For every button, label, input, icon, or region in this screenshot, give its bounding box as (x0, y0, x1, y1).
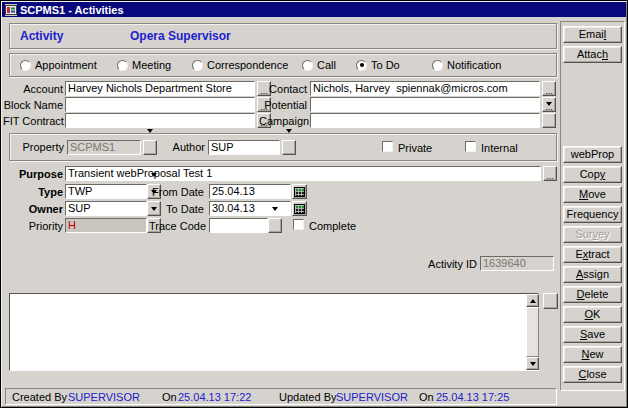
complete-checkbox[interactable] (293, 219, 304, 230)
scroll-up-button[interactable] (526, 294, 539, 307)
radio-icon (302, 60, 313, 71)
priority-label: Priority (3, 220, 63, 233)
new-button[interactable]: New (563, 346, 622, 363)
radio-icon (20, 60, 31, 71)
radio-icon (432, 60, 443, 71)
notes-scrollbar[interactable] (526, 294, 539, 370)
radio-icon (192, 60, 203, 71)
ok-button[interactable]: OK (563, 306, 622, 323)
radio-appointment[interactable]: Appointment (20, 59, 97, 71)
property-label: Property (10, 141, 64, 154)
activity-id-label: Activity ID (397, 258, 477, 271)
survey-button: Survey (563, 226, 622, 243)
contact-field[interactable]: Nichols, Harvey spiennak@micros.com (310, 81, 540, 96)
header-box: Activity Opera Supervisor (9, 23, 557, 49)
radio-meeting[interactable]: Meeting (117, 59, 171, 71)
trace-code-dropdown-button[interactable] (268, 218, 282, 233)
from-date-field[interactable]: 25.04.13 (209, 184, 291, 199)
calendar-icon (294, 187, 305, 197)
priority-field[interactable]: H (65, 218, 147, 233)
scrollbar-thumb[interactable] (526, 307, 539, 357)
fit-contract-field[interactable] (65, 113, 255, 128)
radio-to-do[interactable]: To Do (356, 59, 400, 71)
created-on-label: On (162, 391, 177, 403)
purpose-browse-button[interactable] (543, 166, 557, 181)
radio-appointment-label: Appointment (35, 59, 97, 71)
created-by-label: Created By (12, 391, 67, 403)
campaign-dropdown-button[interactable] (542, 113, 556, 128)
dropdown-arrow-icon (272, 211, 279, 229)
dropdown-arrow-icon (147, 133, 154, 151)
updated-on-label: On (419, 391, 434, 403)
activity-id-field: 1639640 (480, 256, 554, 271)
status-bar: Created By SUPERVISOR On 25.04.13 17:22 … (5, 388, 557, 405)
radio-correspondence-label: Correspondence (207, 59, 288, 71)
owner-field[interactable]: SUP (65, 201, 147, 216)
trace-code-field[interactable] (209, 218, 268, 233)
author-label: Author (160, 141, 205, 154)
created-by-value: SUPERVISOR (68, 391, 140, 403)
owner-label: Owner (3, 203, 63, 216)
calendar-icon (294, 204, 305, 214)
dropdown-arrow-icon (546, 106, 553, 124)
copy-button[interactable]: Copy (563, 166, 622, 183)
potential-field[interactable] (310, 97, 540, 112)
radio-call-label: Call (317, 59, 336, 71)
activities-window: SCPMS1 - Activities Activity Opera Super… (0, 0, 628, 408)
internal-label: Internal (481, 142, 518, 154)
to-date-field[interactable]: 30.04.13 (209, 201, 291, 216)
notes-editor-button[interactable] (543, 293, 558, 309)
titlebar[interactable]: SCPMS1 - Activities (2, 2, 626, 17)
delete-button[interactable]: Delete (563, 286, 622, 303)
contact-browse-button[interactable] (542, 81, 556, 96)
extract-button[interactable]: Extract (563, 246, 622, 263)
trace-code-label: Trace Code (149, 220, 204, 233)
updated-by-value: SUPERVISOR (336, 391, 408, 403)
radio-meeting-label: Meeting (132, 59, 171, 71)
author-field[interactable]: SUP (208, 140, 280, 155)
scroll-down-button[interactable] (526, 357, 539, 370)
window-title: SCPMS1 - Activities (20, 4, 124, 16)
property-dropdown-button[interactable] (143, 140, 157, 155)
module-title: Activity (20, 29, 63, 43)
campaign-label: Campaign (259, 115, 307, 128)
attach-button[interactable]: Attach (563, 46, 622, 63)
radio-icon (356, 60, 367, 71)
author-dropdown-button[interactable] (282, 140, 296, 155)
updated-on-value: 25.04.13 17:25 (436, 391, 509, 403)
email-button[interactable]: Email (563, 26, 622, 43)
fit-contract-label: FIT Contract (3, 115, 63, 128)
block-name-field[interactable] (65, 97, 255, 112)
purpose-field[interactable]: Transient webProposal Test 1 (65, 166, 541, 181)
radio-notification-label: Notification (447, 59, 501, 71)
private-checkbox[interactable] (382, 141, 393, 152)
from-date-calendar-button[interactable] (292, 184, 307, 199)
campaign-field[interactable] (310, 113, 540, 128)
assign-button[interactable]: Assign (563, 266, 622, 283)
type-field[interactable]: TWP (65, 184, 147, 199)
dropdown-arrow-icon (286, 133, 293, 151)
internal-checkbox[interactable] (465, 141, 476, 152)
notes-textarea[interactable] (9, 293, 539, 371)
webprop-button[interactable]: webProp (563, 146, 622, 163)
purpose-label: Purpose (3, 168, 63, 181)
arrow-down-icon (530, 362, 536, 366)
potential-label: Potential (259, 99, 307, 112)
radio-correspondence[interactable]: Correspondence (192, 59, 288, 71)
frequency-button[interactable]: Frequency (563, 206, 622, 223)
updated-by-label: Updated By (279, 391, 336, 403)
account-field[interactable]: Harvey Nichols Department Store (65, 81, 255, 96)
logged-in-user: Opera Supervisor (130, 29, 231, 43)
property-field: SCPMS1 (67, 140, 141, 155)
activity-type-group: Appointment Meeting Correspondence Call … (9, 53, 557, 77)
save-button[interactable]: Save (563, 326, 622, 343)
move-button[interactable]: Move (563, 186, 622, 203)
to-date-calendar-button[interactable] (292, 201, 307, 216)
close-button[interactable]: Close (563, 366, 622, 383)
radio-to-do-label: To Do (371, 59, 400, 71)
radio-notification[interactable]: Notification (432, 59, 501, 71)
created-on-value: 25.04.13 17:22 (178, 391, 251, 403)
property-author-box: Property SCPMS1 Author SUP Private Inter… (9, 133, 557, 161)
radio-call[interactable]: Call (302, 59, 336, 71)
type-label: Type (3, 186, 63, 199)
